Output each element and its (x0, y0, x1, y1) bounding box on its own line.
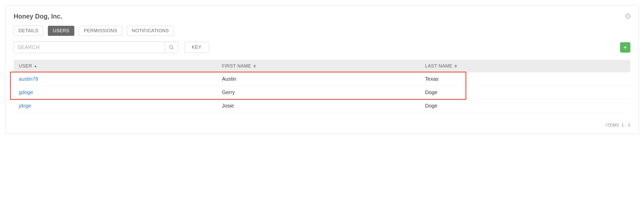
cell-last-name: Doge (425, 89, 625, 95)
column-label: LAST NAME (425, 63, 452, 69)
cell-first-name: Gerry (222, 89, 425, 95)
tab-permissions[interactable]: PERMISSIONS (79, 26, 122, 36)
plus-icon (623, 45, 628, 50)
items-label: ITEMS (606, 123, 619, 128)
cell-first-name: Austin (222, 76, 425, 82)
users-table: USER FIRST NAME LAST NAME (14, 60, 630, 113)
svg-marker-5 (34, 65, 37, 67)
table-footer: ITEMS 1 - 3 (14, 113, 630, 128)
column-header-first-name[interactable]: FIRST NAME (222, 63, 425, 69)
sort-asc-icon (34, 63, 37, 69)
svg-marker-6 (253, 64, 256, 66)
items-range: 1 - 3 (621, 123, 630, 128)
column-header-user[interactable]: USER (19, 63, 222, 69)
search-icon (169, 45, 174, 50)
close-icon (625, 13, 631, 19)
table-row: jdoge Josie Doge (14, 99, 630, 113)
add-button[interactable] (620, 42, 630, 53)
user-link[interactable]: austin78 (19, 76, 38, 82)
search-group (14, 41, 178, 53)
tab-notifications[interactable]: NOTIFICATIONS (127, 26, 174, 36)
sort-icon (253, 64, 256, 68)
column-label: FIRST NAME (222, 63, 251, 69)
key-button[interactable]: KEY (184, 42, 209, 53)
svg-marker-7 (253, 66, 256, 68)
page-title: Honey Dog, Inc. (14, 13, 630, 20)
user-link[interactable]: gdoge (19, 89, 33, 95)
tab-details[interactable]: DETAILS (14, 26, 43, 36)
svg-line-2 (172, 48, 174, 49)
toolbar: KEY (14, 41, 630, 53)
user-link[interactable]: jdoge (19, 103, 31, 109)
svg-marker-9 (454, 66, 457, 68)
tab-bar: DETAILS USERS PERMISSIONS NOTIFICATIONS (14, 26, 630, 36)
tab-users[interactable]: USERS (48, 26, 74, 36)
search-input[interactable] (14, 41, 165, 53)
sort-icon (454, 64, 457, 68)
table-header: USER FIRST NAME LAST NAME (14, 60, 630, 72)
close-button[interactable] (624, 13, 631, 20)
column-header-last-name[interactable]: LAST NAME (425, 63, 625, 69)
table-row: gdoge Gerry Doge (14, 86, 630, 99)
svg-point-1 (170, 45, 173, 48)
cell-first-name: Josie (222, 103, 425, 109)
cell-last-name: Doge (425, 103, 625, 109)
svg-marker-8 (454, 64, 457, 66)
table-body: austin78 Austin Texas gdoge Gerry Doge j… (14, 72, 630, 113)
search-button[interactable] (165, 41, 178, 53)
column-label: USER (19, 63, 32, 69)
table-row: austin78 Austin Texas (14, 72, 630, 86)
cell-last-name: Texas (425, 76, 625, 82)
organization-panel: Honey Dog, Inc. DETAILS USERS PERMISSION… (5, 5, 639, 134)
